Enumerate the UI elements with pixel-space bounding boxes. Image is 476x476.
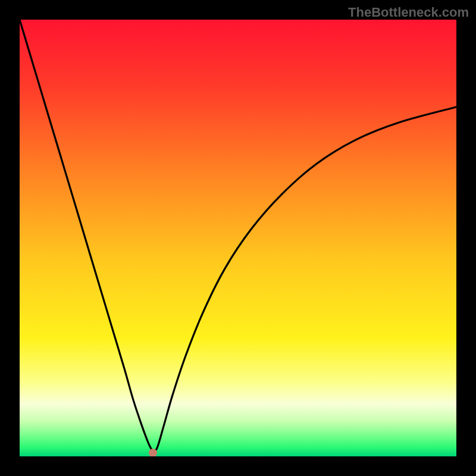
bottleneck-curve [20, 20, 456, 456]
plot-area [20, 20, 456, 456]
optimal-point-marker [149, 449, 157, 456]
watermark-text: TheBottleneck.com [348, 5, 469, 20]
chart-canvas: TheBottleneck.com [0, 0, 476, 476]
